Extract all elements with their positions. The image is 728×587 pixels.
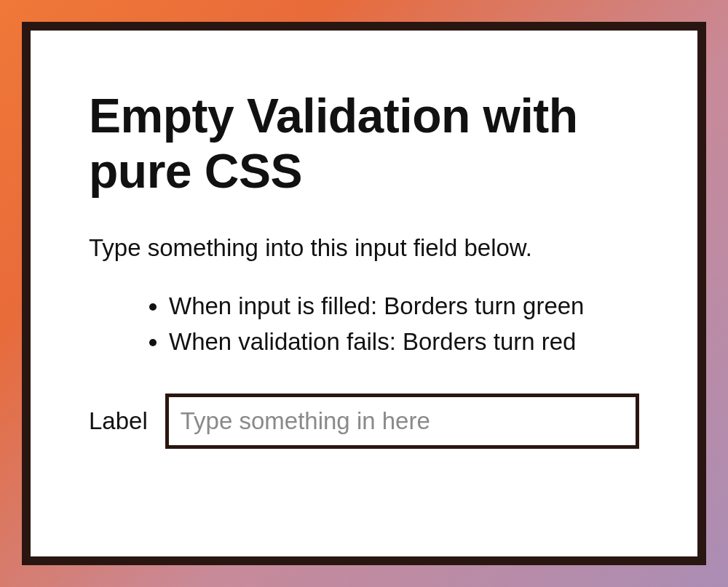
list-item: When validation fails: Borders turn red	[169, 324, 639, 360]
list-item: When input is filled: Borders turn green	[169, 288, 639, 324]
page-title: Empty Validation with pure CSS	[89, 89, 639, 199]
demo-card: Empty Validation with pure CSS Type some…	[22, 22, 706, 565]
input-label: Label	[89, 407, 148, 435]
form-row: Label	[89, 394, 639, 449]
text-input[interactable]	[165, 394, 639, 449]
instruction-list: When input is filled: Borders turn green…	[89, 288, 639, 360]
description-text: Type something into this input field bel…	[89, 234, 639, 262]
